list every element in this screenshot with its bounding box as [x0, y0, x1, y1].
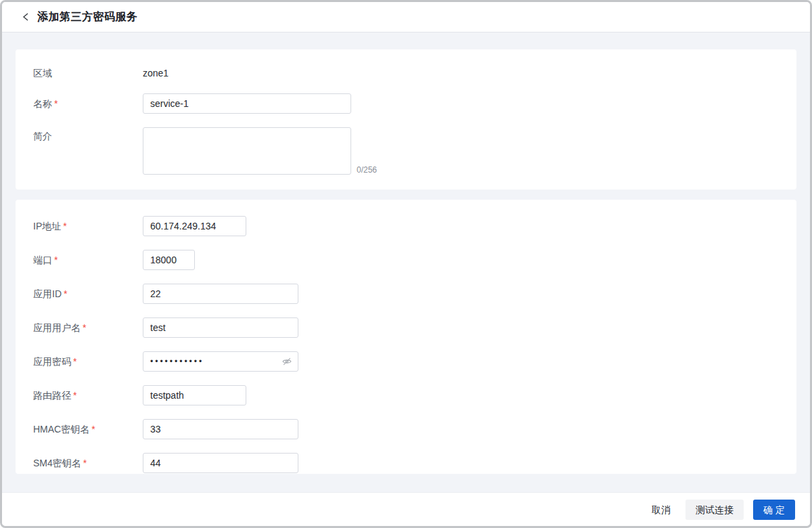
form-row-hmac-key: HMAC密钥名*	[33, 419, 779, 439]
form-row-port: 端口*	[33, 250, 779, 270]
page-title: 添加第三方密码服务	[37, 10, 138, 24]
name-input[interactable]	[143, 93, 351, 114]
form-content: 区域 zone1 名称* 简介 0/256	[2, 32, 810, 492]
form-row-app-id: 应用ID*	[33, 284, 779, 304]
zone-label: 区域	[33, 63, 143, 83]
form-row-app-password: 应用密码*	[33, 351, 779, 372]
app-username-label: 应用用户名*	[33, 317, 143, 338]
app-id-input[interactable]	[143, 284, 298, 304]
chevron-left-icon	[22, 12, 30, 22]
route-path-input[interactable]	[143, 385, 246, 405]
name-label: 名称*	[33, 93, 143, 114]
footer-action-bar: 取消 测试连接 确 定	[2, 492, 810, 526]
page-header: 添加第三方密码服务	[2, 2, 810, 32]
hmac-key-input[interactable]	[143, 419, 298, 439]
cancel-button[interactable]: 取消	[646, 500, 676, 520]
app-username-input[interactable]	[143, 317, 298, 338]
form-row-sm4-key: SM4密钥名*	[33, 453, 779, 473]
form-row-route-path: 路由路径*	[33, 385, 779, 405]
required-mark: *	[73, 356, 76, 367]
required-mark: *	[54, 98, 58, 109]
required-mark: *	[64, 288, 67, 299]
app-id-label: 应用ID*	[33, 284, 143, 304]
desc-label: 简介	[33, 127, 143, 143]
form-row-name: 名称*	[33, 93, 779, 114]
form-row-app-username: 应用用户名*	[33, 317, 779, 338]
route-path-label: 路由路径*	[33, 385, 143, 405]
form-row-zone: 区域 zone1	[33, 63, 779, 83]
back-button[interactable]	[20, 12, 31, 22]
required-mark: *	[73, 390, 76, 401]
port-label: 端口*	[33, 250, 143, 270]
hmac-key-label: HMAC密钥名*	[33, 419, 143, 439]
ip-label: IP地址*	[33, 216, 143, 236]
ip-input[interactable]	[143, 216, 246, 236]
sm4-key-label: SM4密钥名*	[33, 453, 143, 473]
test-connection-button[interactable]: 测试连接	[685, 500, 744, 520]
required-mark: *	[63, 221, 66, 232]
app-password-wrap	[143, 351, 298, 372]
required-mark: *	[54, 255, 58, 265]
zone-value: zone1	[143, 63, 168, 83]
app-password-label: 应用密码*	[33, 351, 143, 372]
port-input[interactable]	[143, 250, 195, 270]
form-row-ip: IP地址*	[33, 216, 779, 236]
basic-info-card: 区域 zone1 名称* 简介 0/256	[16, 49, 796, 190]
connection-info-card: IP地址* 端口* 应用ID* 应用用户名*	[16, 200, 796, 474]
add-third-party-crypto-service-page: 添加第三方密码服务 区域 zone1 名称* 简介	[0, 0, 812, 528]
required-mark: *	[83, 458, 87, 468]
required-mark: *	[83, 322, 86, 333]
char-counter: 0/256	[357, 165, 377, 175]
desc-textarea[interactable]	[143, 127, 351, 175]
required-mark: *	[91, 424, 95, 435]
form-row-desc: 简介 0/256	[33, 127, 779, 175]
app-password-input[interactable]	[143, 351, 298, 372]
sm4-key-input[interactable]	[143, 453, 298, 473]
confirm-button[interactable]: 确 定	[753, 500, 795, 520]
desc-textarea-wrap: 0/256	[143, 127, 377, 175]
eye-invisible-icon[interactable]	[281, 356, 292, 367]
